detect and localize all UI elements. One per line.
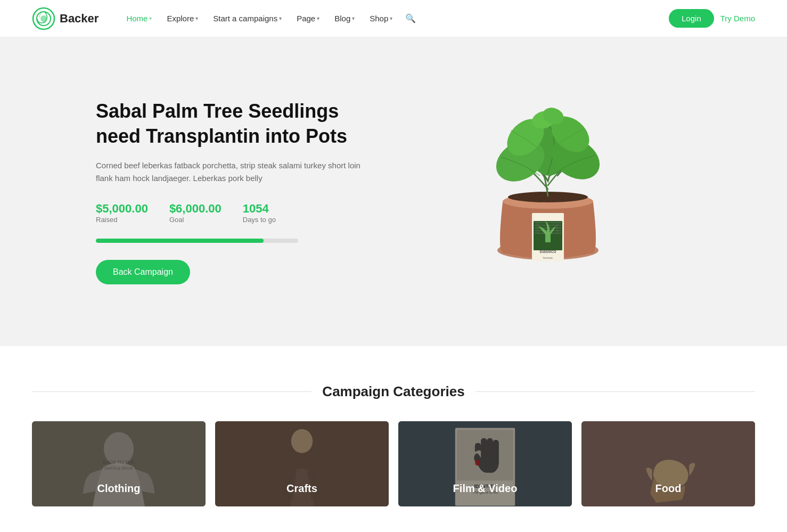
section-line-left: [32, 391, 311, 392]
logo-link[interactable]: Backer: [32, 7, 99, 30]
raised-value: $5,000.00: [96, 202, 148, 216]
days-value: 1054: [243, 202, 276, 216]
login-button[interactable]: Login: [669, 9, 714, 28]
progress-bar-fill: [96, 239, 264, 243]
category-card-food[interactable]: Food: [581, 421, 755, 506]
categories-grid: BACK TO THE EARTH & GROW Clothing Crafts: [32, 421, 755, 506]
goal-value: $6,000.00: [169, 202, 222, 216]
try-demo-button[interactable]: Try Demo: [720, 14, 755, 23]
nav-item-start-campaigns[interactable]: Start a campaigns ▾: [207, 10, 288, 27]
category-card-crafts[interactable]: Crafts: [215, 421, 389, 506]
days-label: Days to go: [243, 216, 276, 224]
nav-item-page[interactable]: Page ▾: [290, 10, 326, 27]
category-overlay-food: Food: [581, 421, 755, 506]
stat-raised: $5,000.00 Raised: [96, 202, 148, 224]
category-overlay-clothing: Clothing: [32, 421, 206, 506]
raised-label: Raised: [96, 216, 148, 224]
category-label-film: Film & Video: [453, 482, 518, 495]
nav-item-explore[interactable]: Explore ▾: [160, 10, 204, 27]
category-label-food: Food: [655, 482, 682, 495]
hero-section: Sabal Palm Tree Seedlings need Transplan…: [0, 37, 787, 346]
nav-item-shop[interactable]: Shop ▾: [363, 10, 399, 27]
chevron-down-icon: ▾: [390, 15, 392, 21]
svg-text:10: 10: [556, 231, 559, 233]
logo-icon: [32, 7, 55, 30]
hero-stats: $5,000.00 Raised $6,000.00 Goal 1054 Day…: [96, 202, 373, 224]
plant-illustration: Basilico homus 16 14 12 10 16 14 12 10: [457, 69, 638, 314]
chevron-down-icon: ▾: [149, 15, 152, 21]
category-label-clothing: Clothing: [97, 482, 140, 495]
svg-text:homus: homus: [543, 256, 553, 259]
nav-item-blog[interactable]: Blog ▾: [328, 10, 361, 27]
back-campaign-button[interactable]: Back Campaign: [96, 260, 190, 284]
category-overlay-crafts: Crafts: [215, 421, 389, 506]
section-header: Campaign Categories: [32, 383, 755, 400]
section-title: Campaign Categories: [322, 383, 464, 400]
chevron-down-icon: ▾: [352, 15, 355, 21]
nav-actions: Login Try Demo: [669, 9, 755, 28]
search-icon[interactable]: 🔍: [401, 9, 420, 28]
chevron-down-icon: ▾: [195, 15, 198, 21]
section-line-right: [476, 391, 755, 392]
goal-label: Goal: [169, 216, 222, 224]
progress-bar-container: [96, 239, 298, 243]
stat-goal: $6,000.00 Goal: [169, 202, 222, 224]
svg-text:10: 10: [536, 231, 539, 233]
hero-description: Corned beef leberkas fatback porchetta, …: [96, 159, 373, 185]
nav-links: Home ▾ Explore ▾ Start a campaigns ▾ Pag…: [120, 9, 662, 28]
chevron-down-icon: ▾: [317, 15, 319, 21]
category-card-film[interactable]: IDENTITY The game of life Film & Video: [398, 421, 572, 506]
navbar: Backer Home ▾ Explore ▾ Start a campaign…: [0, 0, 787, 37]
hero-content: Sabal Palm Tree Seedlings need Transplan…: [96, 99, 373, 285]
stat-days: 1054 Days to go: [243, 202, 276, 224]
logo-text: Backer: [60, 12, 99, 26]
categories-section: Campaign Categories BACK TO THE EARTH & …: [0, 346, 787, 506]
chevron-down-icon: ▾: [279, 15, 282, 21]
category-label-crafts: Crafts: [286, 482, 317, 495]
hero-image: Basilico homus 16 14 12 10 16 14 12 10: [373, 69, 723, 314]
nav-item-home[interactable]: Home ▾: [120, 10, 158, 27]
hero-title: Sabal Palm Tree Seedlings need Transplan…: [96, 99, 373, 149]
svg-text:Basilico: Basilico: [539, 249, 556, 254]
category-overlay-film: Film & Video: [398, 421, 572, 506]
category-card-clothing[interactable]: BACK TO THE EARTH & GROW Clothing: [32, 421, 206, 506]
